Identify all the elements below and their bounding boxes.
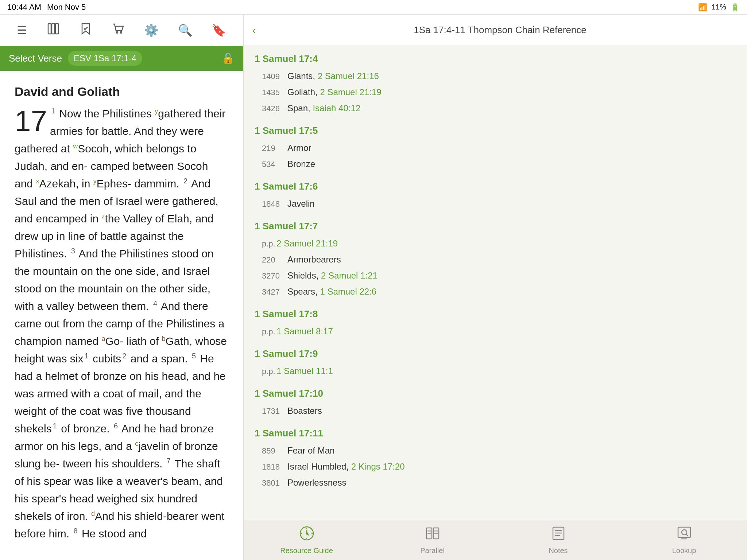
svg-point-3 (116, 32, 118, 33)
ref-item: p.p. 1 Samuel 8:17 (255, 323, 736, 339)
ref-item: 534 Bronze (255, 156, 736, 172)
ref-item: 1435 Goliath, 2 Samuel 21:19 (255, 84, 736, 100)
ref-item: 220 Armorbearers (255, 252, 736, 268)
ref-section-17-8: 1 Samuel 17:8 p.p. 1 Samuel 8:17 (255, 308, 736, 339)
ref-section-title-17-5: 1 Samuel 17:5 (255, 125, 736, 136)
notes-icon (551, 526, 566, 544)
status-indicators: 📶 11% 🔋 (698, 3, 740, 12)
ref-section-17-9: 1 Samuel 17:9 p.p. 1 Samuel 11:1 (255, 348, 736, 379)
verse-3-num: 3 (71, 247, 75, 255)
cross-ref-b: b (162, 335, 166, 342)
ref-section-title-17-10: 1 Samuel 17:10 (255, 388, 736, 399)
tab-parallel-label: Parallel (420, 547, 445, 555)
lookup-icon (677, 526, 692, 544)
bottom-tabs: Resource Guide Parallel (244, 520, 747, 560)
ref-item: p.p. 1 Samuel 11:1 (255, 363, 736, 379)
toolbar: ☰ ⚙️ (0, 15, 243, 46)
resource-guide-icon (299, 526, 314, 544)
menu-icon[interactable]: ☰ (17, 23, 27, 37)
ref-section-title-17-4: 1 Samuel 17:4 (255, 53, 736, 65)
bookmark-icon[interactable]: 🔖 (212, 23, 226, 37)
battery-text: 11% (712, 3, 726, 11)
verse-5-num: 5 (192, 352, 196, 360)
svg-rect-1 (52, 24, 55, 34)
verse-6-num: 6 (114, 422, 118, 430)
cross-ref-c: c (135, 440, 138, 447)
day: Mon Nov 5 (47, 3, 86, 12)
footnote-y2: y (93, 178, 97, 185)
ref-item: 859 Fear of Man (255, 443, 736, 459)
ref-item: 1848 Javelin (255, 196, 736, 212)
tab-notes-label: Notes (549, 547, 568, 555)
status-time: 10:44 AM Mon Nov 5 (7, 3, 86, 12)
footnote-z: z (102, 213, 105, 220)
ref-item: 3270 Shields, 2 Samuel 1:21 (255, 268, 736, 284)
left-panel: ☰ ⚙️ (0, 15, 244, 560)
select-verse-bar[interactable]: Select Verse ESV 1Sa 17:1-4 🔓 (0, 46, 243, 71)
ref-section-title-17-6: 1 Samuel 17:6 (255, 181, 736, 192)
ref-item: p.p. 2 Samuel 21:19 (255, 236, 736, 252)
tab-lookup-label: Lookup (672, 547, 696, 555)
ref-section-17-7: 1 Samuel 17:7 p.p. 2 Samuel 21:19 220 Ar… (255, 221, 736, 300)
bible-text-area[interactable]: David and Goliath 17 1 Now the Philistin… (0, 71, 243, 560)
tab-resource-guide[interactable]: Resource Guide (244, 520, 369, 560)
right-panel-title: 1Sa 17:4-11 Thompson Chain Reference (262, 24, 738, 36)
tab-parallel[interactable]: Parallel (369, 520, 495, 560)
tab-lookup[interactable]: Lookup (621, 520, 747, 560)
time: 10:44 AM (7, 3, 41, 12)
ref-section-17-4: 1 Samuel 17:4 1409 Giants, 2 Samuel 21:1… (255, 53, 736, 116)
ref-item: 3426 Span, Isaiah 40:12 (255, 100, 736, 116)
verse-4-num: 4 (153, 299, 157, 307)
right-panel: ‹ 1Sa 17:4-11 Thompson Chain Reference 1… (244, 15, 747, 560)
ref-section-17-5: 1 Samuel 17:5 219 Armor 534 Bronze (255, 125, 736, 172)
ref-item: 3427 Spears, 1 Samuel 22:6 (255, 284, 736, 300)
select-verse-ref[interactable]: ESV 1Sa 17:1-4 (68, 51, 142, 66)
ref-item: 3801 Powerlessness (255, 475, 736, 491)
footnote-x: x (36, 178, 39, 185)
tab-notes[interactable]: Notes (495, 520, 621, 560)
svg-point-4 (120, 32, 122, 33)
right-header: ‹ 1Sa 17:4-11 Thompson Chain Reference (244, 15, 747, 46)
lock-icon: 🔓 (222, 52, 235, 65)
tab-resource-guide-label: Resource Guide (280, 547, 333, 555)
ref-item: 219 Armor (255, 140, 736, 156)
search-icon[interactable]: 🔍 (178, 23, 193, 37)
chapter-title: David and Goliath (15, 82, 229, 101)
select-verse-label: Select Verse (9, 53, 62, 64)
ref-section-title-17-11: 1 Samuel 17:11 (255, 428, 736, 439)
cross-ref-d: d (91, 510, 95, 517)
settings-icon[interactable]: ⚙️ (144, 23, 159, 37)
ref-section-title-17-9: 1 Samuel 17:9 (255, 348, 736, 359)
verse-8-num: 8 (73, 527, 77, 535)
status-bar: 10:44 AM Mon Nov 5 📶 11% 🔋 (0, 0, 747, 15)
parallel-icon (425, 526, 440, 544)
footnote-w: w (73, 143, 78, 150)
reference-content[interactable]: 1 Samuel 17:4 1409 Giants, 2 Samuel 21:1… (244, 46, 747, 520)
footnote-1a: 1 (84, 352, 88, 360)
footnote-2: 2 (122, 352, 126, 360)
bible-passage: 17 1 Now the Philistines ygathered their… (15, 105, 229, 542)
bookmark-check-icon[interactable] (79, 22, 92, 38)
library-icon[interactable] (47, 22, 60, 38)
verse-2-num: 2 (183, 177, 187, 185)
ref-section-17-11: 1 Samuel 17:11 859 Fear of Man 1818 Isra… (255, 428, 736, 491)
svg-rect-10 (678, 527, 690, 537)
back-button[interactable]: ‹ (252, 24, 256, 36)
verse-7-num: 7 (167, 457, 171, 465)
ref-section-17-6: 1 Samuel 17:6 1848 Javelin (255, 181, 736, 212)
ref-section-title-17-7: 1 Samuel 17:7 (255, 221, 736, 232)
svg-rect-2 (55, 24, 58, 34)
footnote-1b: 1 (53, 422, 57, 430)
wifi-icon: 📶 (698, 3, 707, 12)
ref-item: 1409 Giants, 2 Samuel 21:16 (255, 68, 736, 84)
svg-point-6 (306, 532, 308, 534)
ref-section-17-10: 1 Samuel 17:10 1731 Boasters (255, 388, 736, 419)
ref-section-title-17-8: 1 Samuel 17:8 (255, 308, 736, 320)
cart-icon[interactable] (112, 22, 125, 38)
battery-icon: 🔋 (731, 3, 740, 12)
cross-ref-a: a (101, 335, 105, 342)
footnote-y1: y (155, 108, 158, 115)
svg-rect-0 (48, 24, 51, 34)
ref-item: 1731 Boasters (255, 403, 736, 419)
verse-1-num: 1 (51, 107, 55, 115)
